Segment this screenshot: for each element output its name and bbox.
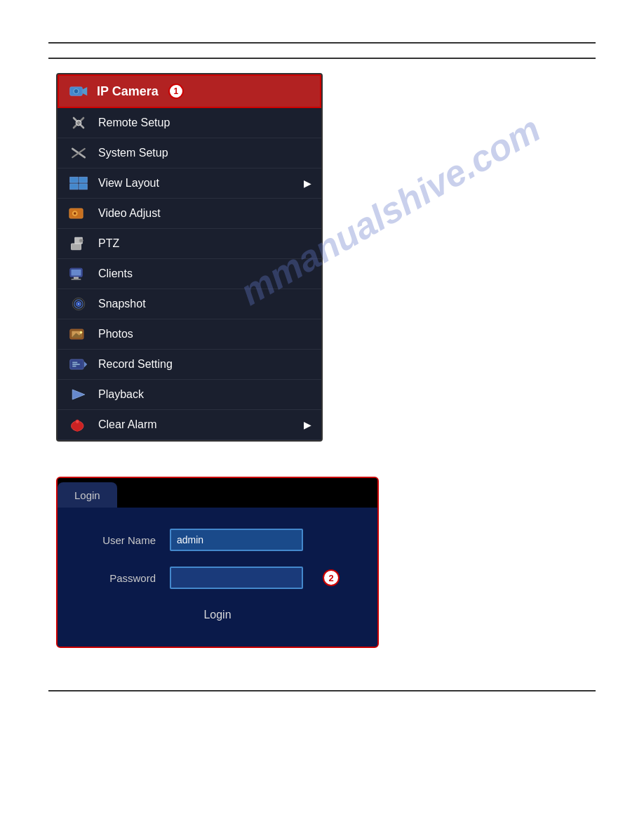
menu-item-clear-alarm[interactable]: Clear Alarm ▶ bbox=[58, 410, 321, 440]
menu-item-video-adjust[interactable]: Video Adjust bbox=[58, 199, 321, 229]
login-panel: Login User Name Password 2 Login bbox=[56, 477, 379, 648]
login-body: User Name Password 2 Login bbox=[58, 508, 377, 647]
svg-rect-9 bbox=[79, 177, 87, 183]
system-setup-icon bbox=[67, 143, 90, 163]
menu-item-view-layout[interactable]: View Layout ▶ bbox=[58, 168, 321, 199]
record-setting-label: Record Setting bbox=[98, 358, 311, 371]
username-row: User Name bbox=[86, 529, 349, 551]
snapshot-icon bbox=[67, 294, 90, 314]
svg-rect-15 bbox=[72, 244, 81, 250]
menu-item-photos[interactable]: Photos bbox=[58, 319, 321, 350]
password-label: Password bbox=[86, 572, 156, 584]
view-layout-arrow: ▶ bbox=[304, 178, 311, 189]
menu-panel: IP Camera 1 Remote Setup System bbox=[56, 73, 323, 442]
menu-item-remote-setup[interactable]: Remote Setup bbox=[58, 108, 321, 138]
username-input[interactable] bbox=[170, 529, 303, 551]
svg-marker-34 bbox=[84, 362, 87, 368]
menu-item-record-setting[interactable]: Record Setting bbox=[58, 350, 321, 380]
menu-item-playback[interactable]: Playback bbox=[58, 380, 321, 410]
svg-rect-20 bbox=[74, 277, 79, 279]
bottom-rule bbox=[48, 690, 596, 691]
menu-header-label: IP Camera bbox=[97, 84, 159, 99]
svg-rect-11 bbox=[79, 184, 87, 190]
photos-label: Photos bbox=[98, 328, 311, 340]
login-button[interactable]: Login bbox=[189, 604, 245, 626]
login-badge: 2 bbox=[323, 569, 340, 586]
username-label: User Name bbox=[86, 534, 156, 546]
menu-item-system-setup[interactable]: System Setup bbox=[58, 138, 321, 168]
second-rule bbox=[48, 58, 596, 59]
view-layout-icon bbox=[67, 173, 90, 193]
svg-point-17 bbox=[79, 239, 83, 242]
ptz-label: PTZ bbox=[98, 237, 311, 250]
svg-rect-8 bbox=[70, 177, 78, 183]
system-setup-label: System Setup bbox=[98, 147, 311, 159]
menu-item-ptz[interactable]: PTZ bbox=[58, 229, 321, 259]
video-adjust-label: Video Adjust bbox=[98, 207, 311, 220]
clear-alarm-arrow: ▶ bbox=[304, 419, 311, 430]
clients-label: Clients bbox=[98, 267, 311, 280]
password-input[interactable] bbox=[170, 567, 303, 589]
ptz-icon bbox=[67, 234, 90, 253]
remote-setup-label: Remote Setup bbox=[98, 117, 311, 129]
playback-label: Playback bbox=[98, 388, 311, 401]
top-rule bbox=[48, 42, 596, 44]
svg-marker-35 bbox=[72, 390, 85, 399]
playback-icon bbox=[67, 385, 90, 404]
view-layout-label: View Layout bbox=[98, 177, 295, 190]
snapshot-label: Snapshot bbox=[98, 298, 311, 310]
login-btn-row: Login bbox=[86, 604, 349, 626]
menu-item-clients[interactable]: Clients bbox=[58, 259, 321, 289]
photos-icon bbox=[67, 324, 90, 344]
svg-rect-38 bbox=[76, 430, 79, 432]
clear-alarm-icon bbox=[67, 415, 90, 435]
video-adjust-icon bbox=[67, 204, 90, 223]
ip-camera-icon bbox=[67, 81, 90, 101]
login-tab-label: Login bbox=[74, 489, 100, 501]
svg-point-37 bbox=[76, 420, 79, 423]
password-row: Password 2 bbox=[86, 567, 349, 589]
svg-rect-21 bbox=[72, 279, 81, 280]
svg-point-2 bbox=[74, 89, 79, 94]
wrench-icon bbox=[67, 113, 90, 133]
svg-marker-1 bbox=[82, 87, 87, 95]
login-tab-row: Login bbox=[58, 478, 377, 508]
svg-rect-19 bbox=[72, 270, 81, 276]
svg-rect-10 bbox=[70, 184, 78, 190]
record-setting-icon bbox=[67, 355, 90, 374]
clients-icon bbox=[67, 264, 90, 284]
menu-badge: 1 bbox=[168, 84, 184, 99]
menu-header[interactable]: IP Camera 1 bbox=[58, 74, 321, 108]
menu-item-snapshot[interactable]: Snapshot bbox=[58, 289, 321, 319]
svg-point-25 bbox=[78, 303, 80, 305]
svg-point-14 bbox=[74, 212, 76, 215]
clear-alarm-label: Clear Alarm bbox=[98, 418, 295, 431]
svg-point-29 bbox=[80, 331, 83, 334]
login-tab[interactable]: Login bbox=[58, 482, 117, 508]
